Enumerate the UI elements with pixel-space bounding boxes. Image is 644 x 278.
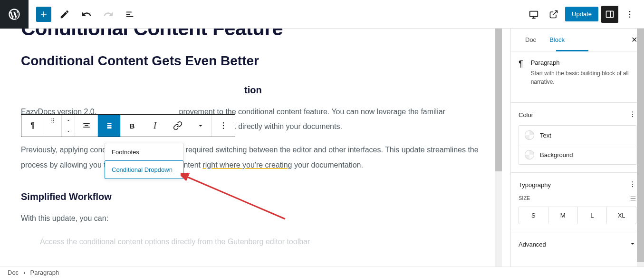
svg-point-8 <box>53 118 54 119</box>
chevron-down-icon[interactable] <box>629 240 636 249</box>
external-icon[interactable] <box>545 6 562 23</box>
paragraph-type-button[interactable]: ¶ <box>21 115 44 137</box>
svg-point-9 <box>51 120 52 121</box>
italic-button[interactable]: I <box>144 115 166 137</box>
paragraph[interactable]: With this update, you can: <box>21 211 490 226</box>
move-down-icon[interactable] <box>62 126 75 137</box>
svg-point-15 <box>223 128 224 129</box>
desktop-icon[interactable] <box>525 6 542 23</box>
link-button[interactable] <box>166 115 189 137</box>
wordpress-logo[interactable] <box>0 0 29 29</box>
block-description: Start with the basic building block of a… <box>531 69 636 86</box>
conditional-content-button[interactable] <box>98 115 121 137</box>
size-label: Size <box>519 195 530 203</box>
svg-point-13 <box>223 122 224 124</box>
svg-line-1 <box>553 10 557 15</box>
dropdown-item-footnotes[interactable]: Footnotes <box>105 143 183 161</box>
tab-block[interactable]: Block <box>543 30 571 50</box>
sidebar-toggle-button[interactable] <box>601 6 618 23</box>
svg-point-21 <box>632 184 633 185</box>
svg-point-19 <box>632 116 633 117</box>
size-xl-button[interactable]: XL <box>607 207 636 224</box>
color-label: Background <box>540 151 573 159</box>
tab-doc[interactable]: Doc <box>519 30 543 50</box>
svg-point-4 <box>629 10 631 12</box>
color-text[interactable]: Text <box>519 126 636 145</box>
paragraph[interactable]: Previously, applying conditional logic m… <box>21 142 490 172</box>
text: your documentation. <box>292 161 363 169</box>
breadcrumb-sep: › <box>23 269 25 276</box>
size-l-button[interactable]: L <box>578 207 607 224</box>
list-item[interactable]: Access the conditional content options d… <box>40 234 490 249</box>
drag-handle-icon[interactable] <box>44 115 61 126</box>
svg-point-5 <box>629 13 631 15</box>
svg-point-11 <box>51 121 52 122</box>
scrollbar[interactable] <box>495 29 502 267</box>
more-format-button[interactable] <box>189 115 212 137</box>
heading-3[interactable]: Simplified Workflow <box>21 191 490 202</box>
svg-point-6 <box>629 16 631 18</box>
heading-2[interactable]: Conditional Content Gets Even Better <box>21 53 490 69</box>
undo-icon[interactable] <box>78 6 95 23</box>
scrollbar[interactable] <box>637 29 644 267</box>
section-title-advanced[interactable]: Advanced <box>519 241 546 248</box>
svg-point-12 <box>53 121 54 122</box>
update-button[interactable]: Update <box>565 7 598 21</box>
more-icon[interactable] <box>621 6 638 23</box>
bold-button[interactable]: B <box>121 115 144 137</box>
block-name: Paragraph <box>531 59 636 66</box>
heading-3[interactable]: tion <box>21 85 490 96</box>
paragraph-icon: ¶ <box>519 59 523 86</box>
svg-point-17 <box>632 111 633 112</box>
svg-point-14 <box>223 125 224 127</box>
svg-point-10 <box>53 120 54 121</box>
options-button[interactable] <box>212 115 235 137</box>
text: right where you're creating <box>202 161 292 169</box>
svg-point-22 <box>632 186 633 187</box>
move-up-icon[interactable] <box>62 115 75 126</box>
color-background[interactable]: Background <box>519 145 636 165</box>
more-icon[interactable] <box>629 180 636 189</box>
block-toolbar: ¶ B I <box>21 114 235 137</box>
color-swatch <box>525 130 534 140</box>
breadcrumb: Doc › Paragraph <box>0 267 644 278</box>
dropdown-menu: Footnotes Conditional Dropdown <box>105 143 183 179</box>
redo-icon[interactable] <box>100 6 117 23</box>
svg-point-20 <box>632 181 633 182</box>
section-title-color: Color <box>519 111 533 119</box>
svg-point-18 <box>632 114 633 115</box>
align-button[interactable] <box>75 115 98 137</box>
outline-icon[interactable] <box>122 6 139 23</box>
breadcrumb-current[interactable]: Paragraph <box>30 269 59 276</box>
color-label: Text <box>540 132 551 139</box>
dropdown-item-conditional[interactable]: Conditional Dropdown <box>105 160 183 179</box>
add-block-button[interactable] <box>36 7 51 22</box>
custom-size-icon[interactable] <box>630 195 636 203</box>
edit-icon[interactable] <box>56 6 73 23</box>
color-swatch <box>525 150 534 159</box>
breadcrumb-root[interactable]: Doc <box>8 269 19 276</box>
size-s-button[interactable]: S <box>519 207 548 224</box>
svg-rect-2 <box>606 11 614 17</box>
svg-rect-0 <box>530 11 538 16</box>
page-title: Conditional Content Feature <box>21 29 490 40</box>
more-icon[interactable] <box>629 110 636 119</box>
size-m-button[interactable]: M <box>548 207 578 224</box>
section-title-typography: Typography <box>519 181 551 189</box>
svg-point-7 <box>51 118 52 119</box>
